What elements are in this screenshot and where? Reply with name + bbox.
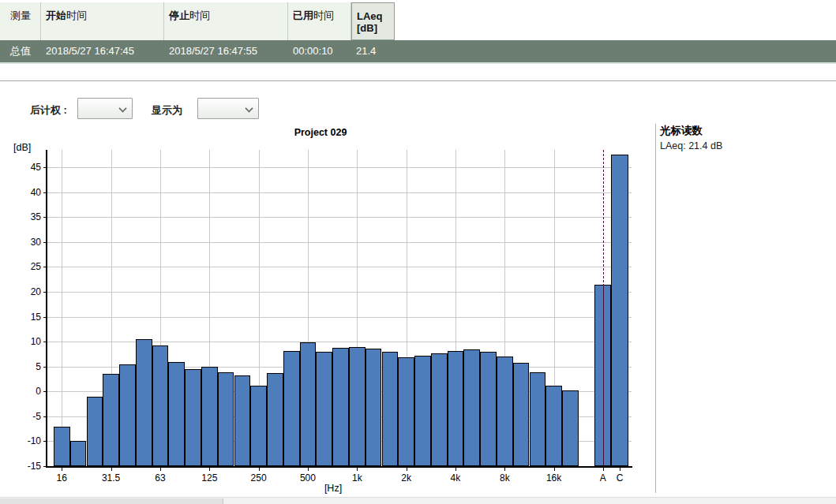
table-row[interactable]: 总值 2018/5/27 16:47:45 2018/5/27 16:47:55…	[0, 40, 836, 62]
x-tick-label: 125	[192, 472, 227, 483]
bar-125[interactable]	[201, 367, 218, 466]
cell-elapsed-time: 00:00:10	[288, 40, 351, 62]
y-tick-label: 5	[10, 361, 41, 372]
x-tick-label: C	[602, 472, 637, 483]
y-tick-label: 30	[10, 237, 41, 248]
y-tick	[43, 466, 47, 467]
bar-1.25k[interactable]	[366, 349, 382, 466]
chart-title: Project 029	[257, 127, 384, 138]
x-tick-label: 500	[291, 472, 325, 483]
x-tick-label: 4k	[438, 472, 473, 483]
bar-40[interactable]	[119, 364, 136, 467]
bar-4k[interactable]	[448, 351, 464, 466]
gridline-vertical	[62, 150, 62, 466]
bar-25[interactable]	[87, 397, 103, 466]
y-tick-label: 15	[10, 312, 41, 323]
y-tick-label: 10	[10, 336, 41, 347]
bar-6.3k[interactable]	[480, 352, 497, 466]
bar-3.15k[interactable]	[431, 353, 448, 466]
bar-800[interactable]	[332, 348, 349, 466]
bar-500[interactable]	[300, 342, 317, 466]
bar-400[interactable]	[283, 351, 300, 466]
x-axis-line	[46, 466, 632, 468]
bar-100[interactable]	[185, 369, 201, 466]
gridline-horizontal	[47, 292, 632, 293]
bar-1k[interactable]	[349, 347, 366, 466]
bar-31.5[interactable]	[103, 374, 119, 467]
column-header-stop-time[interactable]: 停止时间	[164, 2, 288, 40]
y-tick-label: 45	[10, 162, 41, 173]
bar-16[interactable]	[54, 427, 70, 467]
gridline-horizontal	[47, 167, 632, 168]
bar-315[interactable]	[267, 373, 283, 466]
column-header-laeq[interactable]: LAeq[dB]	[351, 2, 395, 40]
y-tick	[43, 292, 47, 293]
x-tick-label: 63	[143, 472, 178, 483]
y-tick	[43, 242, 47, 243]
column-header-elapsed-time[interactable]: 已用时间	[288, 2, 351, 40]
x-tick	[259, 468, 260, 471]
bar-250[interactable]	[250, 386, 267, 466]
bar-160[interactable]	[218, 372, 234, 466]
gridline-horizontal	[47, 267, 632, 267]
bar-200[interactable]	[234, 375, 251, 466]
x-tick	[357, 468, 358, 471]
y-tick-label: 25	[10, 261, 41, 272]
y-tick-label: -15	[10, 461, 41, 472]
bar-2.5k[interactable]	[414, 356, 431, 466]
section-divider	[0, 80, 836, 81]
x-tick	[455, 468, 456, 471]
y-tick	[43, 317, 47, 318]
x-tick	[407, 468, 407, 471]
y-tick-label: -5	[10, 411, 41, 422]
display-as-select[interactable]	[197, 98, 259, 119]
cursor-line-dashed[interactable]	[603, 150, 604, 285]
cursor-line-solid[interactable]	[603, 285, 604, 465]
bar-10k[interactable]	[513, 363, 530, 466]
gridline-horizontal	[47, 317, 632, 318]
bar-16k[interactable]	[545, 386, 562, 466]
chevron-down-icon	[245, 105, 252, 112]
bar-63[interactable]	[152, 345, 169, 466]
panel-divider	[655, 124, 656, 493]
bar-1.6k[interactable]	[382, 352, 399, 466]
column-header-start-time[interactable]: 开始时间	[41, 2, 164, 40]
scrollbar-thumb[interactable]	[0, 498, 223, 504]
cell-stop-time: 2018/5/27 16:47:55	[164, 40, 288, 62]
post-weighting-select[interactable]	[77, 98, 133, 119]
y-tick	[43, 416, 47, 417]
x-tick	[62, 468, 62, 471]
bar-20k[interactable]	[562, 390, 579, 466]
bar-C[interactable]	[611, 155, 628, 466]
x-tick-label: 16	[44, 472, 79, 483]
y-tick-label: 35	[10, 211, 41, 222]
x-tick-label: 2k	[389, 472, 424, 483]
column-header-measurement[interactable]: 测量	[0, 2, 41, 40]
x-tick-label: 250	[242, 472, 276, 483]
bar-20[interactable]	[70, 441, 87, 466]
bar-630[interactable]	[316, 352, 332, 466]
x-tick	[504, 468, 505, 471]
x-tick	[111, 468, 112, 471]
bar-50[interactable]	[136, 339, 152, 466]
x-tick	[554, 468, 555, 471]
y-axis-unit-label: [dB]	[13, 142, 31, 153]
bar-12.5k[interactable]	[530, 372, 546, 466]
results-table-header: 测量 开始时间 停止时间 已用时间 LAeq[dB]	[0, 2, 397, 40]
cursor-readout-title: 光标读数	[660, 124, 703, 138]
cell-start-time: 2018/5/27 16:47:45	[41, 40, 164, 62]
bar-5k[interactable]	[463, 349, 480, 466]
bar-80[interactable]	[168, 362, 185, 466]
post-weighting-label: 后计权 :	[30, 103, 67, 118]
table-row-divider	[0, 62, 836, 64]
y-tick-label: -10	[10, 435, 41, 446]
gridline-horizontal	[47, 242, 632, 243]
x-tick	[160, 468, 161, 471]
bar-8k[interactable]	[497, 357, 513, 466]
chevron-down-icon	[118, 105, 126, 112]
bar-2k[interactable]	[398, 357, 414, 466]
display-as-label: 显示为	[152, 103, 182, 118]
cell-measurement: 总值	[0, 40, 41, 62]
y-tick-label: 0	[10, 386, 41, 397]
horizontal-scrollbar[interactable]	[0, 497, 836, 504]
